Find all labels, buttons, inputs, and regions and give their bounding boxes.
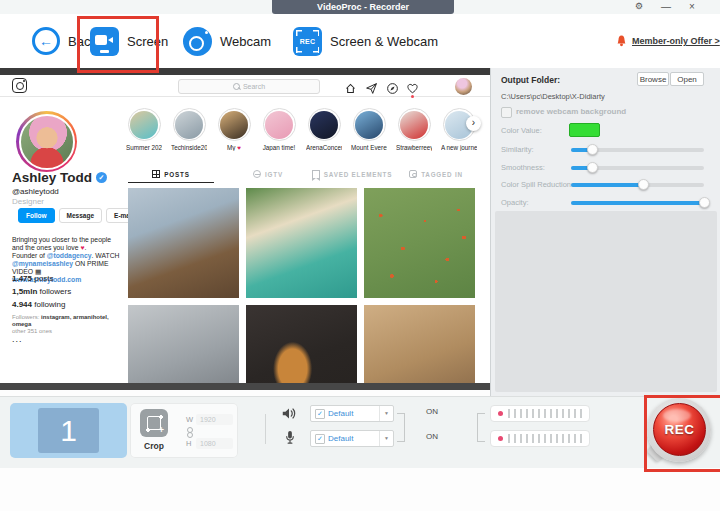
microphone-device-dropdown[interactable]: Default bbox=[310, 430, 394, 447]
screen-and-webcam-mode-button[interactable]: REC Screen & Webcam bbox=[293, 14, 438, 68]
dropdown-caret-icon[interactable] bbox=[379, 431, 393, 446]
story-label: Japan time! bbox=[261, 144, 297, 151]
slider-thumb[interactable] bbox=[638, 179, 649, 190]
explore-compass-icon[interactable] bbox=[386, 81, 399, 94]
member-offer[interactable]: Member-only Offer > bbox=[616, 14, 720, 68]
tab-posts[interactable]: POSTS bbox=[128, 166, 214, 183]
settings-gear-icon[interactable]: ⚙ bbox=[631, 0, 647, 13]
bottom-control-bar: 1 Crop W 1920 H 1080 Default Default ON … bbox=[0, 396, 720, 468]
slider-label: Color Spill Reduction: bbox=[501, 180, 573, 189]
aerial-beach-photo[interactable] bbox=[246, 188, 357, 298]
slider-label: Smoothness: bbox=[501, 163, 545, 172]
level-bars bbox=[508, 434, 584, 443]
speaker-icon[interactable] bbox=[281, 406, 297, 425]
aspect-link-icon[interactable] bbox=[187, 427, 192, 437]
motorcycle-photo[interactable] bbox=[246, 305, 357, 384]
display-selector[interactable]: 1 bbox=[10, 403, 127, 458]
slider-row-color-spill-reduction: Color Spill Reduction: bbox=[491, 176, 720, 194]
crop-label: Crop bbox=[130, 441, 178, 451]
street-scene-photo[interactable] bbox=[364, 305, 475, 384]
slider-track-opacity[interactable] bbox=[571, 201, 704, 205]
remove-webcam-background-checkbox[interactable] bbox=[501, 107, 512, 118]
width-label: W bbox=[186, 415, 193, 424]
followers-note: Followers: instagram, armanihotel, omega… bbox=[12, 314, 124, 335]
microphone-enabled-checkbox[interactable] bbox=[315, 434, 325, 444]
speaker-status: ON bbox=[420, 407, 444, 416]
story-photo bbox=[175, 111, 203, 139]
home-icon[interactable] bbox=[344, 81, 357, 94]
webcam-mode-button[interactable]: Webcam bbox=[183, 14, 271, 68]
slider-label: Similarity: bbox=[501, 145, 534, 154]
microphone-device-value: Default bbox=[328, 434, 353, 443]
tab-saved-elements[interactable]: SAVED ELEMENTS bbox=[302, 166, 402, 182]
crop-group: Crop W 1920 H 1080 bbox=[130, 403, 238, 458]
slider-fill bbox=[571, 201, 704, 205]
speaker-enabled-checkbox[interactable] bbox=[315, 409, 325, 419]
slider-track-similarity[interactable] bbox=[571, 148, 704, 152]
story-highlights: Summer 2020Techinside2019My ♥Japan time!… bbox=[126, 108, 488, 151]
slider-track-color-spill-reduction[interactable] bbox=[571, 183, 704, 187]
profile-handle: @ashleytodd bbox=[12, 187, 59, 196]
slider-thumb[interactable] bbox=[587, 144, 598, 155]
microphone-status: ON bbox=[420, 432, 444, 441]
open-button[interactable]: Open bbox=[670, 72, 704, 86]
browse-button[interactable]: Browse bbox=[637, 72, 669, 86]
tab-label: SAVED ELEMENTS bbox=[324, 171, 392, 178]
microphone-icon[interactable] bbox=[284, 430, 296, 449]
story-highlight-strawberreey[interactable]: Strawberreey! bbox=[396, 108, 432, 151]
igtv-icon bbox=[253, 170, 261, 178]
rec-button[interactable]: REC bbox=[653, 403, 706, 456]
story-highlight-japan-time[interactable]: Japan time! bbox=[261, 108, 297, 151]
follow-button[interactable]: Follow bbox=[18, 208, 55, 223]
slider-fill bbox=[571, 183, 643, 187]
tab-igtv[interactable]: IGTV bbox=[232, 166, 304, 182]
member-offer-link[interactable]: Member-only Offer > bbox=[632, 36, 720, 46]
activity-heart-icon[interactable] bbox=[406, 81, 419, 94]
search-icon bbox=[233, 83, 240, 90]
profile-avatar-ring[interactable] bbox=[16, 111, 77, 172]
bell-icon bbox=[616, 34, 627, 48]
send-icon[interactable] bbox=[365, 81, 378, 94]
more-options-dots[interactable]: ... bbox=[12, 334, 23, 344]
display-number[interactable]: 1 bbox=[38, 408, 99, 453]
message-button[interactable]: Message bbox=[59, 208, 102, 223]
slider-track-smoothness[interactable] bbox=[571, 166, 704, 170]
slider-thumb[interactable] bbox=[699, 197, 710, 208]
story-photo bbox=[355, 111, 383, 139]
story-highlight-arenaconcert[interactable]: ArenaConcert bbox=[306, 108, 342, 151]
screen-mode-button[interactable]: Screen bbox=[90, 14, 168, 68]
nav-avatar[interactable] bbox=[455, 78, 472, 95]
height-field[interactable]: 1080 bbox=[196, 438, 233, 449]
story-highlight-my[interactable]: My ♥ bbox=[216, 108, 252, 151]
output-folder-path: C:\Users\pc\Desktop\X-Didiarty bbox=[501, 92, 605, 101]
dropdown-caret-icon[interactable] bbox=[379, 406, 393, 421]
toolbar: Back Screen Webcam REC Screen & Webcam M… bbox=[0, 14, 720, 69]
mountain-hiker-photo[interactable] bbox=[128, 188, 239, 298]
profile-stats: 1.475 posts1,5mln followers4.944 followi… bbox=[12, 274, 71, 313]
stat-followers: 1,5mln followers bbox=[12, 287, 71, 300]
story-label: Techinside2019 bbox=[171, 144, 207, 151]
story-highlight-summer-2020[interactable]: Summer 2020 bbox=[126, 108, 162, 151]
story-photo bbox=[220, 111, 248, 139]
tab-tagged-in[interactable]: TAGGED IN bbox=[392, 166, 480, 182]
width-field[interactable]: 1920 bbox=[196, 414, 233, 425]
minimize-icon[interactable]: — bbox=[658, 0, 674, 13]
color-value-swatch[interactable] bbox=[569, 123, 600, 137]
story-ring bbox=[218, 108, 251, 141]
story-label: Summer 2020 bbox=[126, 144, 162, 151]
crop-icon[interactable] bbox=[140, 409, 168, 437]
dog-walk-photo[interactable] bbox=[128, 305, 239, 384]
speaker-device-dropdown[interactable]: Default bbox=[310, 405, 394, 422]
remove-webcam-background-label: remove webcam background bbox=[516, 107, 626, 116]
close-icon[interactable]: × bbox=[684, 0, 700, 13]
profile-avatar bbox=[19, 114, 75, 170]
story-highlight-mount-everest[interactable]: Mount Everest! bbox=[351, 108, 387, 151]
instagram-logo-icon bbox=[12, 78, 27, 93]
search-input[interactable]: Search bbox=[178, 79, 320, 94]
story-highlight-techinside2019[interactable]: Techinside2019 bbox=[171, 108, 207, 151]
slider-thumb[interactable] bbox=[587, 162, 598, 173]
back-button[interactable]: Back bbox=[32, 14, 97, 68]
poppy-field-photo[interactable] bbox=[364, 188, 475, 298]
chevron-right-icon[interactable] bbox=[466, 116, 481, 131]
story-photo bbox=[265, 111, 293, 139]
